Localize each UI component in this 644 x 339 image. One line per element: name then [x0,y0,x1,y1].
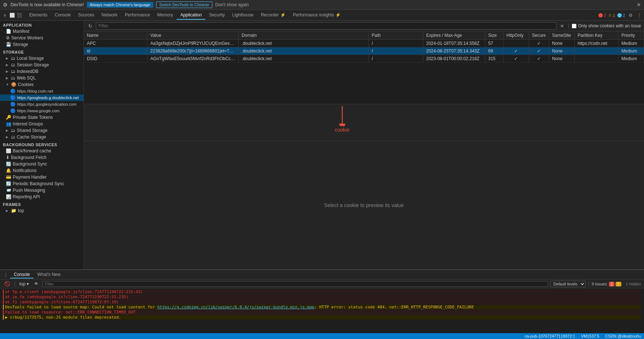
issues-hidden-label: 1 hidden [626,282,641,286]
session-storage-arrow-icon: ▶ [6,63,9,67]
console-output: at Yp.e.client (adsbygoogle.js?clien-724… [0,288,644,333]
sidebar-label-web-sql: Web SQL [17,75,36,81]
only-issues-label[interactable]: Only show cookies with an issue [572,23,641,28]
sidebar-item-interest-groups[interactable]: 👥 Interest Groups [0,121,84,127]
tab-security[interactable]: Security [205,11,228,20]
status-bar-item-2[interactable]: CSDN @idealzouhu [605,334,641,338]
tab-application[interactable]: Application [177,11,205,20]
sidebar-item-cookie-googleads[interactable]: 🔵 https://googleads.g.doubleclick.net [0,94,84,101]
tab-console-bottom[interactable]: Console [10,271,34,278]
cookie-toolbar: ↻ ✕ Only show cookies with an issue [84,21,644,31]
col-priority[interactable]: Priority [618,31,644,40]
table-cell: 2024-01-18T07:35:14.558Z [423,40,485,47]
sidebar-item-local-storage[interactable]: ▶ 🗂 Local Storage [0,55,84,62]
sidebar-item-bg-sync[interactable]: 🔄 Background Sync [0,161,84,167]
settings-icon[interactable]: ⚙ [627,12,634,19]
warn-count[interactable]: ⚠ 1 [608,13,615,17]
console-line: at je.fa (adsbygoogle.js?clien-724771190… [3,295,641,299]
status-bar-item-1[interactable]: VM1537:5 [581,334,599,338]
col-path[interactable]: Path [369,31,423,40]
issues-warn-badge[interactable]: 7 [616,282,621,287]
col-expires[interactable]: Expires / Max-Age [423,31,485,40]
eye-icon[interactable]: 👁 [32,280,40,287]
sidebar-item-manifest[interactable]: 📄 Manifest [0,28,84,35]
tab-elements[interactable]: Elements [26,11,51,20]
col-partition-key[interactable]: Partition Key [575,31,618,40]
sidebar-item-service-workers[interactable]: ⚙ Service Workers [0,35,84,41]
col-samesite[interactable]: SameSite [549,31,575,40]
sidebar-item-storage[interactable]: 💾 Storage [0,41,84,48]
table-row[interactable]: APCAa3gxNqbxDZj4JmP9R2YIJCUQEmGexYM-HTEO… [84,40,644,47]
console-top-select[interactable]: top ▾ [18,281,30,287]
sidebar-item-bg-fetch[interactable]: ⬇ Background Fetch [0,154,84,161]
col-httponly[interactable]: HttpOnly [503,31,529,40]
sidebar-item-cookies[interactable]: ▼ 🍪 Cookies [0,81,84,88]
info-circle-icon [617,13,622,17]
only-issues-checkbox[interactable] [572,24,576,28]
sidebar-item-private-state-tokens[interactable]: 🔑 Private State Tokens [0,114,84,121]
clear-filter-icon[interactable]: ✕ [559,23,566,30]
col-name[interactable]: Name [84,31,147,40]
issues-error-badge[interactable]: 2 [609,282,615,287]
tab-recorder[interactable]: Recorder ⚡ [257,11,289,20]
devtools-menu-icon[interactable]: ≡ [1,12,8,19]
sidebar-item-back-forward[interactable]: ⬜ Back/forward cache [0,148,84,154]
tab-network[interactable]: Network [98,11,121,20]
cookie-annotation-area: cookie [84,104,644,141]
table-row[interactable]: DSIDAGnTgWfaxE5ouurk5fdvrf2nRd3FhObCcZq8… [84,55,644,63]
sidebar-item-indexed-db[interactable]: ▶ 🗂 IndexedDB [0,68,84,75]
sidebar-item-frames-top[interactable]: ▶ 📁 top [0,207,84,214]
content-area: ↻ ✕ Only show cookies with an issue Name… [84,21,644,269]
log-level-select[interactable]: Default levels [550,281,586,287]
undock-icon[interactable]: ⬛ [16,12,23,19]
sidebar-item-push-messaging[interactable]: 📨 Push Messaging [0,187,84,194]
more-options-icon[interactable]: ⋮ [636,12,643,19]
console-filter-input[interactable] [42,281,548,287]
table-cell: Medium [618,47,644,55]
table-row[interactable]: id223828a668e200c7||t=1689666801|et=730|… [84,47,644,55]
sidebar-item-periodic-bg-sync[interactable]: 🔄 Periodic Background Sync [0,180,84,187]
col-value[interactable]: Value [147,31,239,40]
col-domain[interactable]: Domain [239,31,369,40]
cookie-filter-input[interactable] [96,22,556,30]
col-size[interactable]: Size [485,31,503,40]
sidebar-item-web-sql[interactable]: ▶ 🗂 Web SQL [0,75,84,81]
sidebar-item-reporting-api[interactable]: 📊 Reporting API [0,194,84,200]
tab-sources[interactable]: Sources [74,11,98,20]
sidebar-item-cache-storage[interactable]: ▶ 🗂 Cache Storage [0,134,84,140]
tab-console[interactable]: Console [51,11,74,20]
info-count[interactable]: 2 [617,13,625,17]
tab-lighthouse[interactable]: Lighthouse [228,11,257,20]
dock-icon[interactable]: ⬜ [9,12,15,19]
tab-whats-new[interactable]: What's New [34,271,64,278]
info-bar-close-icon[interactable]: ✕ [637,2,641,8]
sidebar-item-payment-handler[interactable]: 💳 Payment Handler [0,174,84,180]
sidebar-item-cookie-google[interactable]: 🔵 https://www.google.com [0,108,84,114]
bg-fetch-icon: ⬇ [6,155,9,160]
sidebar-item-notifications[interactable]: 🔔 Notifications [0,167,84,174]
status-bar-item-0[interactable]: ca-pub-107672477119072:1 [525,334,575,338]
sidebar-label-frames-top: top [18,208,24,213]
table-cell: ✓ [503,47,529,55]
tab-perf-insights[interactable]: Performance insights ⚡ [289,11,344,20]
console-link[interactable]: https://g.csdnimg.cn/lib/swiper/6.0.4/js… [157,305,314,309]
sidebar-label-periodic-bg-sync: Periodic Background Sync [13,181,64,186]
match-language-button[interactable]: Always match Chrome's language [87,2,153,8]
private-state-icon: 🔑 [6,115,11,120]
tab-memory[interactable]: Memory [154,11,177,20]
error-count[interactable]: 2 [598,13,606,17]
tab-performance[interactable]: Performance [121,11,154,20]
cookie-annotation-label: cookie [335,127,350,133]
refresh-button[interactable]: ↻ [87,23,94,30]
switch-devtools-button[interactable]: Switch DevTools to Chinese [156,1,212,8]
sidebar-item-cookie-googlesyn[interactable]: 🔵 https://tpc.googlesyndication.com [0,101,84,108]
dont-show-button[interactable]: Don't show again [215,2,249,7]
clear-console-button[interactable]: 🚫 [3,280,12,287]
storage-icon: 💾 [6,42,11,47]
console-panel-menu-icon[interactable]: ⋮ [1,272,10,278]
sidebar-item-cookie-blog[interactable]: 🔵 https://blog.csdn.net [0,88,84,94]
table-cell: ✓ [529,55,549,63]
sidebar-item-shared-storage[interactable]: ▶ 🗂 Shared Storage [0,127,84,134]
sidebar-item-session-storage[interactable]: ▶ 🗂 Session Storage [0,62,84,68]
col-secure[interactable]: Secure [529,31,549,40]
